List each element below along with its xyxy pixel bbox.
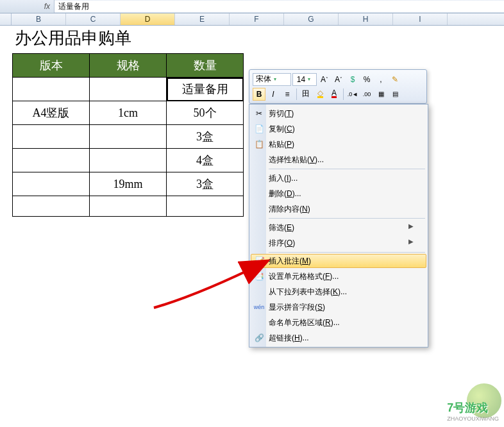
cell[interactable]: 3盒: [167, 125, 244, 149]
format-painter-icon[interactable]: ✎: [389, 73, 401, 86]
blank-icon: [253, 203, 265, 215]
header-version[interactable]: 版本: [13, 54, 90, 78]
blank-icon: [253, 188, 265, 199]
select-all-corner[interactable]: [0, 13, 12, 25]
formula-input[interactable]: [55, 1, 504, 12]
grow-font-icon[interactable]: A˄: [318, 73, 331, 86]
font-color-icon[interactable]: A: [328, 88, 340, 101]
decrease-decimal-icon[interactable]: .0◄: [346, 88, 359, 101]
cell[interactable]: [90, 78, 167, 101]
menu-从下拉列表中选择[interactable]: 从下拉列表中选择(K)...: [251, 284, 426, 299]
comma-format-icon[interactable]: ,: [374, 73, 387, 86]
sheet-title: 办公用品申购单: [12, 22, 244, 53]
formula-bar: fx: [0, 0, 504, 13]
increase-decimal-icon[interactable]: .00: [360, 88, 373, 101]
fx-label[interactable]: fx: [0, 0, 55, 13]
worksheet-content: 办公用品申购单 版本 规格 数量 适量备用A4竖版1cm50个3盒4盒19mm3…: [12, 22, 244, 217]
col-header-H[interactable]: H: [339, 13, 393, 25]
📋-icon: 📋: [253, 138, 265, 150]
menu-清除内容[interactable]: 清除内容(N): [251, 201, 426, 217]
context-menu: ✂剪切(T)📄复制(C)📋粘贴(P)选择性粘贴(V)...插入(I)...删除(…: [249, 104, 428, 347]
wén-icon: wén: [253, 301, 265, 313]
blank-icon: [253, 286, 265, 297]
align-center-icon[interactable]: ≡: [281, 88, 294, 101]
border-icon[interactable]: 田: [299, 88, 312, 101]
cell[interactable]: [13, 149, 90, 172]
cell[interactable]: [90, 125, 167, 149]
bold-button[interactable]: B: [253, 88, 265, 101]
cell[interactable]: [13, 172, 90, 196]
📝-icon: 📝: [254, 255, 265, 267]
format-icon[interactable]: ▤: [389, 88, 401, 101]
cell[interactable]: [13, 196, 90, 217]
col-header-G[interactable]: G: [284, 13, 339, 25]
cell[interactable]: [90, 149, 167, 172]
blank-icon: [253, 317, 265, 328]
font-size-combo[interactable]: 14▾: [292, 73, 317, 86]
data-table: 版本 规格 数量 适量备用A4竖版1cm50个3盒4盒19mm3盒: [12, 53, 244, 217]
🔗-icon: 🔗: [253, 332, 265, 344]
menu-插入批注[interactable]: 📝插入批注(M): [251, 254, 426, 268]
col-header-I[interactable]: I: [393, 13, 448, 25]
percent-format-icon[interactable]: %: [360, 73, 373, 86]
italic-button[interactable]: I: [267, 88, 280, 101]
✂-icon: ✂: [253, 108, 265, 119]
cell[interactable]: A4竖版: [13, 101, 90, 125]
menu-剪切[interactable]: ✂剪切(T): [251, 106, 426, 121]
menu-显示拼音字段[interactable]: wén显示拼音字段(S): [251, 299, 426, 315]
header-spec[interactable]: 规格: [90, 54, 167, 78]
submenu-arrow-icon: ▶: [408, 238, 414, 249]
header-qty[interactable]: 数量: [167, 54, 244, 78]
cell[interactable]: 50个: [167, 101, 244, 125]
menu-超链接[interactable]: 🔗超链接(H)...: [251, 330, 426, 346]
cell[interactable]: 1cm: [90, 101, 167, 125]
menu-排序[interactable]: 排序(O)▶: [251, 235, 426, 251]
menu-筛选[interactable]: 筛选(E)▶: [251, 220, 426, 235]
cell[interactable]: [13, 78, 90, 101]
blank-icon: [253, 154, 265, 165]
merge-icon[interactable]: ▦: [374, 88, 387, 101]
fill-color-icon[interactable]: ◇: [314, 88, 326, 101]
watermark: 7号游戏 ZHAOYOUXIWANG: [447, 400, 499, 422]
cell[interactable]: [13, 125, 90, 149]
menu-插入[interactable]: 插入(I)...: [251, 171, 426, 186]
shrink-font-icon[interactable]: A˅: [332, 73, 345, 86]
menu-删除[interactable]: 删除(D)...: [251, 186, 426, 201]
mini-toolbar: 宋体▾ 14▾ A˄ A˅ $ % , ✎ B I ≡ 田 ◇ A .0◄ .0…: [249, 69, 427, 104]
cell[interactable]: 19mm: [90, 172, 167, 196]
accounting-format-icon[interactable]: $: [346, 73, 359, 86]
cell[interactable]: 4盒: [167, 149, 244, 172]
cell[interactable]: [167, 196, 244, 217]
menu-设置单元格格式[interactable]: 📑设置单元格格式(F)...: [251, 269, 426, 284]
menu-粘贴[interactable]: 📋粘贴(P): [251, 137, 426, 152]
📑-icon: 📑: [253, 271, 265, 282]
menu-命名单元格区域[interactable]: 命名单元格区域(R)...: [251, 315, 426, 330]
blank-icon: [253, 237, 265, 249]
📄-icon: 📄: [253, 123, 265, 135]
font-family-combo[interactable]: 宋体▾: [253, 73, 291, 86]
blank-icon: [253, 222, 265, 233]
menu-复制[interactable]: 📄复制(C): [251, 121, 426, 137]
cell[interactable]: 适量备用: [167, 78, 244, 101]
submenu-arrow-icon: ▶: [408, 222, 414, 233]
blank-icon: [253, 172, 265, 184]
cell[interactable]: 3盒: [167, 172, 244, 196]
menu-选择性粘贴[interactable]: 选择性粘贴(V)...: [251, 152, 426, 167]
cell[interactable]: [90, 196, 167, 217]
